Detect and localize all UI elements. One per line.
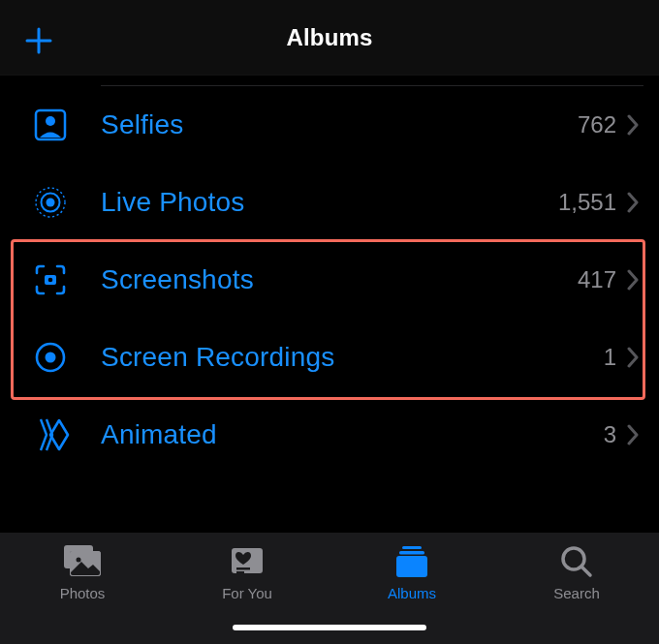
svg-point-4 bbox=[47, 199, 55, 207]
media-types-list: Selfies 762 Live Photos bbox=[0, 76, 659, 533]
record-icon bbox=[33, 340, 68, 375]
list-item-count: 1 bbox=[604, 344, 616, 371]
tab-bar: Photos For You Albums Sear bbox=[0, 533, 659, 644]
person-square-icon bbox=[33, 107, 68, 142]
chevron-right-icon bbox=[626, 269, 640, 291]
list-item-label: Selfies bbox=[101, 109, 183, 140]
livephoto-icon bbox=[33, 185, 68, 220]
list-item-count: 417 bbox=[578, 266, 616, 293]
chevron-right-icon bbox=[626, 424, 640, 445]
svg-rect-18 bbox=[236, 567, 250, 570]
list-item-live-photos[interactable]: Live Photos 1,551 bbox=[0, 164, 659, 241]
list-item-label: Screenshots bbox=[101, 264, 254, 295]
tab-label: Search bbox=[553, 585, 600, 601]
search-tab-icon bbox=[557, 542, 596, 581]
svg-point-1 bbox=[46, 116, 55, 126]
add-button[interactable] bbox=[17, 19, 60, 62]
list-item-screenshots[interactable]: Screenshots 417 bbox=[0, 241, 659, 319]
chevron-right-icon bbox=[626, 114, 640, 136]
chevron-right-icon bbox=[626, 347, 640, 368]
navbar: Albums bbox=[0, 0, 659, 76]
tab-label: For You bbox=[222, 585, 272, 601]
tab-label: Albums bbox=[388, 585, 436, 601]
page-title: Albums bbox=[286, 24, 372, 51]
svg-point-16 bbox=[77, 558, 81, 563]
svg-point-6 bbox=[48, 278, 53, 283]
svg-rect-22 bbox=[396, 556, 427, 577]
svg-rect-19 bbox=[236, 571, 244, 574]
list-item-label: Live Photos bbox=[101, 187, 245, 218]
list-item-animated[interactable]: Animated 3 bbox=[0, 396, 659, 474]
animated-icon bbox=[33, 417, 72, 452]
list-item-count: 762 bbox=[578, 111, 616, 138]
foryou-tab-icon bbox=[227, 542, 267, 581]
list-item-count: 3 bbox=[604, 421, 616, 448]
app-screen: Albums Selfies 762 bbox=[0, 0, 659, 644]
list-item-selfies[interactable]: Selfies 762 bbox=[0, 86, 659, 164]
tab-search[interactable]: Search bbox=[494, 542, 659, 601]
tab-for-you[interactable]: For You bbox=[165, 542, 330, 601]
tab-albums[interactable]: Albums bbox=[330, 542, 494, 601]
svg-rect-21 bbox=[399, 551, 424, 555]
albums-tab-icon bbox=[391, 542, 433, 581]
screenshot-icon bbox=[33, 262, 68, 297]
home-indicator[interactable] bbox=[233, 625, 426, 630]
list-item-label: Animated bbox=[101, 419, 217, 450]
list-item-label: Screen Recordings bbox=[101, 342, 335, 373]
tab-label: Photos bbox=[60, 585, 106, 601]
svg-rect-20 bbox=[402, 546, 422, 549]
tab-photos[interactable]: Photos bbox=[0, 542, 165, 601]
list-item-screen-recordings[interactable]: Screen Recordings 1 bbox=[0, 319, 659, 396]
list-item-count: 1,551 bbox=[558, 189, 616, 216]
photos-tab-icon bbox=[60, 542, 105, 581]
svg-point-8 bbox=[46, 353, 56, 363]
chevron-right-icon bbox=[626, 192, 640, 213]
plus-icon bbox=[23, 25, 54, 56]
